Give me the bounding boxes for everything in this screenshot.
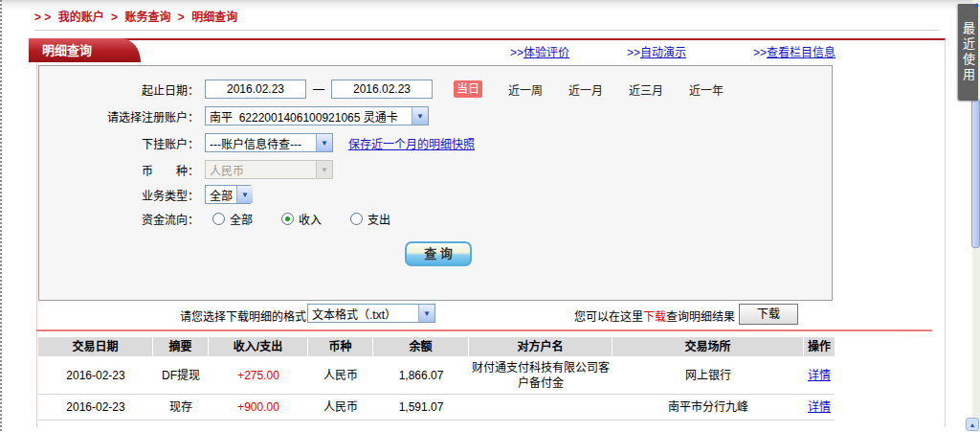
chevron-down-icon[interactable]: ▼ [236, 186, 253, 203]
header-channel: 交易场所 [612, 337, 804, 356]
header-date: 交易日期 [38, 337, 153, 356]
download-hint-suffix: 查询明细结果 [666, 310, 735, 324]
business-type-select[interactable]: 全部 ▼ [205, 185, 251, 204]
end-date-input[interactable] [331, 80, 433, 99]
download-format-select[interactable]: 文本格式（.txt） ▼ [307, 304, 435, 323]
link-label: 体验评价 [523, 46, 569, 59]
link-auto-demo[interactable]: >>自动演示 [627, 43, 686, 59]
business-type-row: 业务类型： 全部 ▼ [39, 184, 832, 205]
breadcrumb-item-account-query[interactable]: 账务查询 [124, 11, 170, 24]
chevron-down-icon: ▼ [316, 161, 332, 178]
start-date-input[interactable] [205, 80, 306, 99]
scrollbar-thumb[interactable] [971, 99, 980, 248]
cell-date: 2016-02-23 [38, 357, 153, 394]
table-top-divider [36, 330, 932, 331]
registered-account-row: 请选择注册账户： 南平 6222001406100921065 灵通卡 ▼ [39, 105, 832, 126]
link-label: 自动演示 [640, 46, 686, 59]
header-counterparty: 对方户名 [469, 337, 612, 356]
breadcrumb-item-my-account[interactable]: 我的账户 [58, 11, 104, 24]
header-currency: 币种 [308, 337, 373, 356]
link-arrows: >> [753, 46, 767, 59]
registered-account-label: 请选择注册账户： [39, 108, 199, 125]
query-button[interactable]: 查 询 [405, 241, 472, 266]
link-arrows: >> [627, 46, 640, 59]
download-hint-prefix: 您可以在这里 [574, 310, 643, 324]
save-snapshot-link[interactable]: 保存近一个月的明细快照 [348, 135, 475, 151]
query-form: 起止日期： — 当日 近一周 近一月 近三月 近一年 请选择注册账户： 南平 6… [38, 65, 833, 301]
cell-currency: 人民币 [308, 395, 373, 420]
breadcrumb-prefix: > > [34, 11, 51, 24]
quick-link-last-quarter[interactable]: 近三月 [629, 81, 663, 98]
download-format-label: 请您选择下载明细的格式 [57, 307, 306, 324]
currency-label: 币 种： [39, 162, 199, 178]
download-hint-link[interactable]: 下载 [643, 310, 666, 324]
link-view-column-info[interactable]: >>查看栏目信息 [753, 43, 835, 59]
scroll-up-arrow-icon[interactable]: ▲ [973, 1, 980, 8]
detail-link[interactable]: 详情 [804, 395, 835, 420]
cell-summary: 现存 [153, 395, 209, 420]
sub-account-select[interactable]: ---账户信息待查--- ▼ [205, 133, 333, 152]
header-amount: 收入/支出 [209, 337, 308, 356]
today-button[interactable]: 当日 [454, 80, 482, 98]
fund-flow-label: 资金流向： [39, 211, 199, 227]
currency-select: 人民币 ▼ [205, 160, 333, 179]
link-experience-review[interactable]: >>体验评价 [510, 43, 569, 59]
cell-date: 2016-02-23 [38, 395, 153, 420]
header-summary: 摘要 [153, 337, 209, 356]
breadcrumb: > > 我的账户 > 账务查询 > 明细查询 [34, 8, 241, 24]
link-arrows: >> [510, 46, 523, 59]
radio-flow-all-label[interactable]: 全部 [230, 211, 253, 227]
scroll-top-button[interactable]: ▲ [966, 418, 979, 431]
download-format-value: 文本格式（.txt） [308, 306, 418, 322]
radio-flow-expense[interactable] [350, 213, 363, 225]
business-type-label: 业务类型： [39, 187, 199, 203]
quick-link-last-year[interactable]: 近一年 [689, 81, 724, 98]
download-button[interactable]: 下载 [739, 304, 798, 325]
breadcrumb-separator: > [178, 11, 185, 24]
currency-value: 人民币 [206, 162, 316, 178]
currency-row: 币 种： 人民币 ▼ [39, 159, 832, 180]
sub-account-row: 下挂账户： ---账户信息待查--- ▼ 保存近一个月的明细快照 [39, 132, 832, 153]
arrow-up-icon: ▲ [969, 421, 976, 428]
cell-currency: 人民币 [308, 357, 373, 394]
radio-flow-all[interactable] [212, 213, 225, 225]
window-edge-divider [0, 0, 2, 432]
header-balance: 余额 [373, 337, 469, 356]
download-hint: 您可以在这里下载查询明细结果 [431, 307, 735, 324]
transaction-table: 交易日期 摘要 收入/支出 币种 余额 对方户名 交易场所 操作 2016-02… [38, 337, 835, 421]
registered-account-select[interactable]: 南平 6222001406100921065 灵通卡 ▼ [205, 106, 429, 125]
date-range-dash: — [313, 82, 324, 96]
header-divider [34, 30, 940, 31]
radio-flow-expense-label[interactable]: 支出 [368, 211, 390, 227]
business-type-value: 全部 [206, 187, 236, 203]
registered-account-value: 南平 6222001406100921065 灵通卡 [206, 108, 412, 125]
cell-amount: +900.00 [209, 395, 308, 420]
recently-used-tab[interactable]: 最近使用 [958, 4, 978, 101]
sub-account-label: 下挂账户： [39, 135, 199, 151]
radio-flow-income-label[interactable]: 收入 [299, 211, 322, 227]
table-header-row: 交易日期 摘要 收入/支出 币种 余额 对方户名 交易场所 操作 [38, 337, 835, 357]
table-row: 2016-02-23 DF提现 +275.00 人民币 1,866.07 财付通… [38, 357, 835, 395]
sub-account-value: ---账户信息待查--- [206, 135, 316, 151]
fund-flow-row: 资金流向： 全部 收入 支出 [39, 208, 832, 229]
cell-amount: +275.00 [209, 357, 308, 394]
radio-flow-income[interactable] [281, 213, 294, 225]
cell-balance: 1,591.07 [373, 395, 469, 420]
table-row: 2016-02-23 现存 +900.00 人民币 1,591.07 南平市分行… [38, 395, 835, 421]
quick-link-last-month[interactable]: 近一月 [568, 81, 603, 98]
cell-summary: DF提现 [153, 357, 209, 394]
quick-link-last-week[interactable]: 近一周 [508, 81, 543, 98]
chevron-down-icon[interactable]: ▼ [412, 107, 428, 125]
cell-counterparty: 财付通支付科技有限公司客户备付金 [469, 357, 612, 394]
breadcrumb-separator: > [111, 11, 118, 24]
chevron-down-icon[interactable]: ▼ [316, 134, 332, 151]
link-label: 查看栏目信息 [767, 46, 835, 59]
cell-channel: 南平市分行九峰 [612, 395, 804, 420]
detail-link[interactable]: 详情 [804, 357, 835, 394]
breadcrumb-item-detail-query: 明细查询 [191, 11, 237, 24]
cell-channel: 网上银行 [612, 357, 804, 394]
cell-counterparty [469, 395, 612, 420]
cell-balance: 1,866.07 [373, 357, 469, 394]
tab-detail-query: 明细查询 [29, 38, 122, 62]
date-range-label: 起止日期： [39, 81, 199, 98]
